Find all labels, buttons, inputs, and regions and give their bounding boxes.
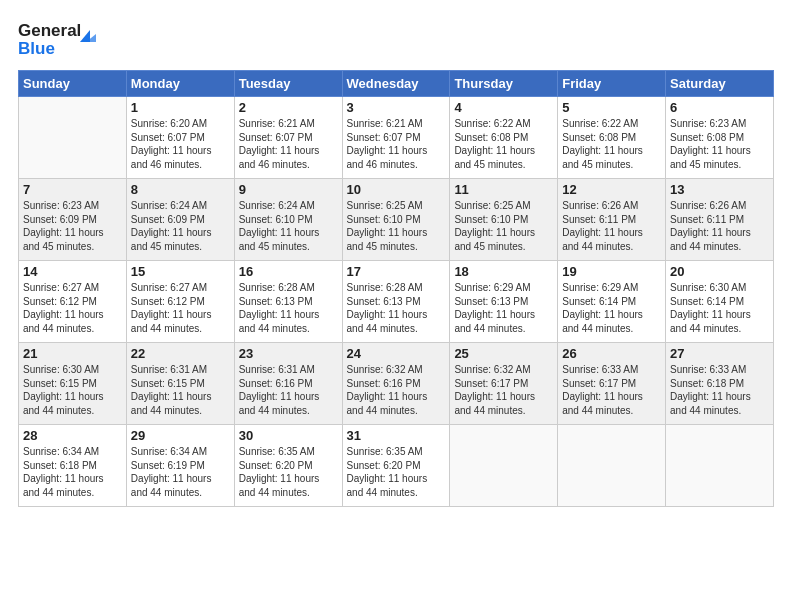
calendar-cell: 13Sunrise: 6:26 AMSunset: 6:11 PMDayligh… (666, 179, 774, 261)
calendar-cell: 26Sunrise: 6:33 AMSunset: 6:17 PMDayligh… (558, 343, 666, 425)
day-info: Sunrise: 6:21 AMSunset: 6:07 PMDaylight:… (347, 117, 446, 171)
calendar-cell: 5Sunrise: 6:22 AMSunset: 6:08 PMDaylight… (558, 97, 666, 179)
day-info: Sunrise: 6:25 AMSunset: 6:10 PMDaylight:… (347, 199, 446, 253)
calendar-cell: 4Sunrise: 6:22 AMSunset: 6:08 PMDaylight… (450, 97, 558, 179)
day-number: 27 (670, 346, 769, 361)
day-info: Sunrise: 6:32 AMSunset: 6:17 PMDaylight:… (454, 363, 553, 417)
svg-text:General: General (18, 21, 81, 40)
day-info: Sunrise: 6:24 AMSunset: 6:10 PMDaylight:… (239, 199, 338, 253)
calendar-cell: 6Sunrise: 6:23 AMSunset: 6:08 PMDaylight… (666, 97, 774, 179)
logo: General Blue (18, 16, 108, 64)
calendar-cell: 9Sunrise: 6:24 AMSunset: 6:10 PMDaylight… (234, 179, 342, 261)
day-number: 31 (347, 428, 446, 443)
day-info: Sunrise: 6:34 AMSunset: 6:19 PMDaylight:… (131, 445, 230, 499)
day-info: Sunrise: 6:33 AMSunset: 6:18 PMDaylight:… (670, 363, 769, 417)
day-number: 23 (239, 346, 338, 361)
day-info: Sunrise: 6:29 AMSunset: 6:14 PMDaylight:… (562, 281, 661, 335)
week-row-3: 14Sunrise: 6:27 AMSunset: 6:12 PMDayligh… (19, 261, 774, 343)
day-number: 19 (562, 264, 661, 279)
logo-text: General Blue (18, 16, 108, 64)
calendar-cell (666, 425, 774, 507)
weekday-header-wednesday: Wednesday (342, 71, 450, 97)
day-number: 21 (23, 346, 122, 361)
day-number: 11 (454, 182, 553, 197)
day-number: 12 (562, 182, 661, 197)
day-info: Sunrise: 6:32 AMSunset: 6:16 PMDaylight:… (347, 363, 446, 417)
day-info: Sunrise: 6:23 AMSunset: 6:09 PMDaylight:… (23, 199, 122, 253)
day-number: 29 (131, 428, 230, 443)
day-info: Sunrise: 6:27 AMSunset: 6:12 PMDaylight:… (131, 281, 230, 335)
week-row-4: 21Sunrise: 6:30 AMSunset: 6:15 PMDayligh… (19, 343, 774, 425)
calendar-cell: 28Sunrise: 6:34 AMSunset: 6:18 PMDayligh… (19, 425, 127, 507)
calendar-cell: 23Sunrise: 6:31 AMSunset: 6:16 PMDayligh… (234, 343, 342, 425)
day-info: Sunrise: 6:31 AMSunset: 6:16 PMDaylight:… (239, 363, 338, 417)
day-number: 15 (131, 264, 230, 279)
calendar-cell: 16Sunrise: 6:28 AMSunset: 6:13 PMDayligh… (234, 261, 342, 343)
day-info: Sunrise: 6:34 AMSunset: 6:18 PMDaylight:… (23, 445, 122, 499)
calendar-cell: 1Sunrise: 6:20 AMSunset: 6:07 PMDaylight… (126, 97, 234, 179)
day-number: 3 (347, 100, 446, 115)
day-number: 8 (131, 182, 230, 197)
day-info: Sunrise: 6:24 AMSunset: 6:09 PMDaylight:… (131, 199, 230, 253)
calendar-cell: 2Sunrise: 6:21 AMSunset: 6:07 PMDaylight… (234, 97, 342, 179)
day-info: Sunrise: 6:20 AMSunset: 6:07 PMDaylight:… (131, 117, 230, 171)
day-info: Sunrise: 6:25 AMSunset: 6:10 PMDaylight:… (454, 199, 553, 253)
day-number: 4 (454, 100, 553, 115)
day-info: Sunrise: 6:30 AMSunset: 6:15 PMDaylight:… (23, 363, 122, 417)
day-info: Sunrise: 6:35 AMSunset: 6:20 PMDaylight:… (239, 445, 338, 499)
day-info: Sunrise: 6:21 AMSunset: 6:07 PMDaylight:… (239, 117, 338, 171)
week-row-2: 7Sunrise: 6:23 AMSunset: 6:09 PMDaylight… (19, 179, 774, 261)
calendar-cell: 12Sunrise: 6:26 AMSunset: 6:11 PMDayligh… (558, 179, 666, 261)
calendar-cell: 15Sunrise: 6:27 AMSunset: 6:12 PMDayligh… (126, 261, 234, 343)
day-number: 14 (23, 264, 122, 279)
calendar-cell: 11Sunrise: 6:25 AMSunset: 6:10 PMDayligh… (450, 179, 558, 261)
calendar-cell: 14Sunrise: 6:27 AMSunset: 6:12 PMDayligh… (19, 261, 127, 343)
day-number: 24 (347, 346, 446, 361)
day-number: 13 (670, 182, 769, 197)
day-info: Sunrise: 6:22 AMSunset: 6:08 PMDaylight:… (562, 117, 661, 171)
weekday-header-monday: Monday (126, 71, 234, 97)
day-number: 30 (239, 428, 338, 443)
calendar-cell: 25Sunrise: 6:32 AMSunset: 6:17 PMDayligh… (450, 343, 558, 425)
calendar-cell: 19Sunrise: 6:29 AMSunset: 6:14 PMDayligh… (558, 261, 666, 343)
svg-text:Blue: Blue (18, 39, 55, 58)
calendar-cell: 18Sunrise: 6:29 AMSunset: 6:13 PMDayligh… (450, 261, 558, 343)
header: General Blue (18, 16, 774, 64)
calendar-container: General Blue SundayMondayTuesdayWednesda… (0, 0, 792, 517)
day-number: 9 (239, 182, 338, 197)
day-number: 28 (23, 428, 122, 443)
weekday-header-thursday: Thursday (450, 71, 558, 97)
weekday-header-sunday: Sunday (19, 71, 127, 97)
day-info: Sunrise: 6:35 AMSunset: 6:20 PMDaylight:… (347, 445, 446, 499)
day-info: Sunrise: 6:31 AMSunset: 6:15 PMDaylight:… (131, 363, 230, 417)
day-info: Sunrise: 6:28 AMSunset: 6:13 PMDaylight:… (347, 281, 446, 335)
calendar-cell (450, 425, 558, 507)
calendar-cell: 24Sunrise: 6:32 AMSunset: 6:16 PMDayligh… (342, 343, 450, 425)
day-number: 22 (131, 346, 230, 361)
calendar-cell: 8Sunrise: 6:24 AMSunset: 6:09 PMDaylight… (126, 179, 234, 261)
calendar-cell: 27Sunrise: 6:33 AMSunset: 6:18 PMDayligh… (666, 343, 774, 425)
calendar-cell: 30Sunrise: 6:35 AMSunset: 6:20 PMDayligh… (234, 425, 342, 507)
calendar-table: SundayMondayTuesdayWednesdayThursdayFrid… (18, 70, 774, 507)
calendar-cell: 29Sunrise: 6:34 AMSunset: 6:19 PMDayligh… (126, 425, 234, 507)
weekday-header-tuesday: Tuesday (234, 71, 342, 97)
calendar-cell: 3Sunrise: 6:21 AMSunset: 6:07 PMDaylight… (342, 97, 450, 179)
day-number: 18 (454, 264, 553, 279)
calendar-cell: 10Sunrise: 6:25 AMSunset: 6:10 PMDayligh… (342, 179, 450, 261)
day-number: 5 (562, 100, 661, 115)
week-row-1: 1Sunrise: 6:20 AMSunset: 6:07 PMDaylight… (19, 97, 774, 179)
day-info: Sunrise: 6:28 AMSunset: 6:13 PMDaylight:… (239, 281, 338, 335)
day-number: 16 (239, 264, 338, 279)
day-info: Sunrise: 6:29 AMSunset: 6:13 PMDaylight:… (454, 281, 553, 335)
day-number: 1 (131, 100, 230, 115)
day-info: Sunrise: 6:23 AMSunset: 6:08 PMDaylight:… (670, 117, 769, 171)
calendar-cell (19, 97, 127, 179)
day-info: Sunrise: 6:26 AMSunset: 6:11 PMDaylight:… (670, 199, 769, 253)
weekday-header-row: SundayMondayTuesdayWednesdayThursdayFrid… (19, 71, 774, 97)
day-number: 7 (23, 182, 122, 197)
day-number: 25 (454, 346, 553, 361)
day-number: 2 (239, 100, 338, 115)
day-info: Sunrise: 6:30 AMSunset: 6:14 PMDaylight:… (670, 281, 769, 335)
day-number: 17 (347, 264, 446, 279)
day-number: 20 (670, 264, 769, 279)
